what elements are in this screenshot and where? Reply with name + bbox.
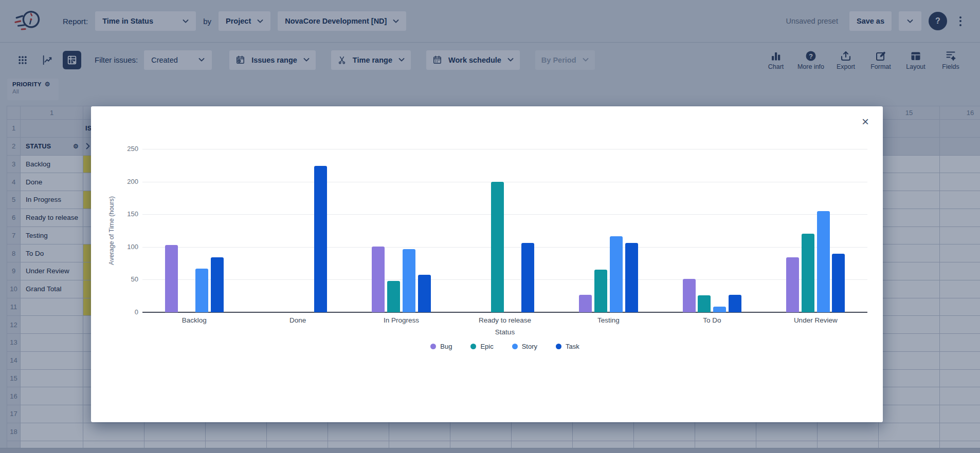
chart-bar[interactable] bbox=[387, 281, 400, 312]
category-label: Done bbox=[251, 316, 344, 324]
y-tick-label: 0 bbox=[118, 308, 138, 316]
chart-gridline bbox=[142, 279, 867, 280]
chart-bar[interactable] bbox=[683, 279, 696, 312]
legend-swatch bbox=[512, 344, 518, 349]
chart-bar[interactable] bbox=[418, 275, 431, 312]
chart-bar[interactable] bbox=[211, 257, 224, 312]
y-tick-label: 250 bbox=[118, 145, 138, 153]
app-window: Report: Time in Status by Project NovaCo… bbox=[0, 0, 980, 453]
y-tick-label: 150 bbox=[118, 210, 138, 218]
legend-item[interactable]: Task bbox=[556, 343, 579, 350]
legend-swatch bbox=[556, 344, 561, 349]
legend-label: Bug bbox=[440, 343, 452, 350]
chart-bar[interactable] bbox=[579, 295, 592, 312]
chart-bar[interactable] bbox=[403, 249, 415, 312]
x-axis-title: Status bbox=[142, 328, 867, 336]
chart-bar[interactable] bbox=[698, 295, 711, 312]
chart-bar[interactable] bbox=[625, 243, 638, 312]
chart-bar[interactable] bbox=[491, 182, 504, 312]
x-axis-line bbox=[142, 312, 867, 313]
chart-gridline bbox=[142, 214, 867, 215]
chart-gridline bbox=[142, 182, 867, 182]
legend-swatch bbox=[430, 344, 436, 349]
chart-bar[interactable] bbox=[729, 295, 741, 312]
category-label: In Progress bbox=[355, 316, 448, 324]
chart-modal: × 050100150200250BacklogDoneIn ProgressR… bbox=[91, 106, 883, 422]
y-tick-label: 200 bbox=[118, 178, 138, 185]
category-label: Testing bbox=[562, 316, 655, 324]
chart-legend: BugEpicStoryTask bbox=[142, 343, 867, 350]
category-label: To Do bbox=[666, 316, 758, 324]
legend-item[interactable]: Bug bbox=[430, 343, 452, 350]
legend-label: Story bbox=[522, 343, 537, 350]
y-axis-title: Average of Time (hours) bbox=[108, 159, 116, 303]
category-label: Backlog bbox=[148, 316, 241, 324]
chart-bar[interactable] bbox=[786, 257, 799, 312]
chart-bar[interactable] bbox=[521, 243, 534, 312]
chart-bar[interactable] bbox=[713, 307, 726, 312]
legend-item[interactable]: Epic bbox=[470, 343, 493, 350]
chart-bar[interactable] bbox=[817, 211, 830, 312]
chart-bar[interactable] bbox=[314, 166, 327, 312]
legend-label: Epic bbox=[480, 343, 493, 350]
legend-item[interactable]: Story bbox=[512, 343, 537, 350]
chart-gridline bbox=[142, 149, 867, 149]
y-tick-label: 50 bbox=[118, 275, 138, 283]
legend-label: Task bbox=[566, 343, 579, 350]
chart-bar[interactable] bbox=[372, 247, 385, 312]
category-label: Ready to release bbox=[459, 316, 551, 324]
chart-bar[interactable] bbox=[165, 245, 178, 312]
chart-area: 050100150200250BacklogDoneIn ProgressRea… bbox=[91, 106, 883, 422]
y-tick-label: 100 bbox=[118, 243, 138, 251]
legend-swatch bbox=[470, 344, 476, 349]
chart-bar[interactable] bbox=[802, 234, 814, 312]
chart-bar[interactable] bbox=[832, 254, 845, 312]
chart-gridline bbox=[142, 247, 867, 248]
chart-bar[interactable] bbox=[610, 236, 623, 312]
category-label: Under Review bbox=[769, 316, 862, 324]
chart-bar[interactable] bbox=[594, 270, 607, 312]
chart-bar[interactable] bbox=[195, 269, 208, 312]
